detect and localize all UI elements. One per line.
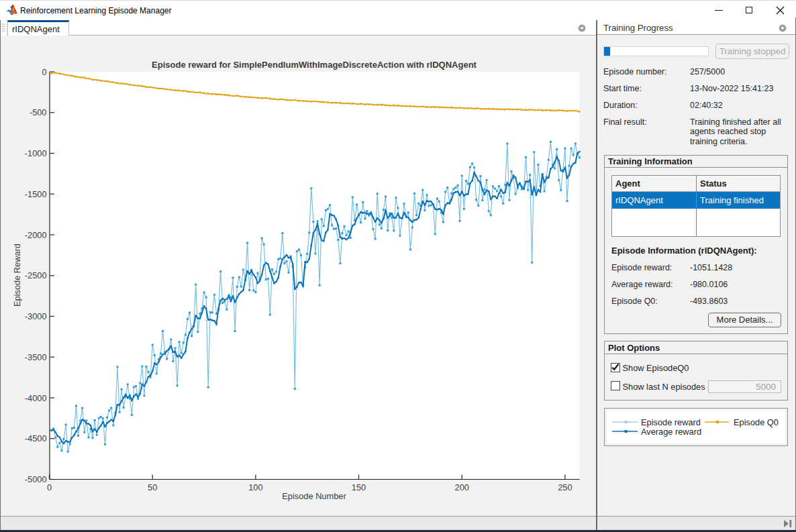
svg-text:-2500: -2500 <box>25 270 47 280</box>
svg-text:-4500: -4500 <box>25 433 47 443</box>
svg-text:Episode Number: Episode Number <box>282 491 346 501</box>
svg-text:0: 0 <box>47 482 52 492</box>
svg-text:100: 100 <box>248 482 262 492</box>
svg-text:-4000: -4000 <box>25 393 47 403</box>
svg-text:-500: -500 <box>30 107 47 117</box>
svg-text:250: 250 <box>558 482 572 492</box>
svg-text:150: 150 <box>352 482 366 492</box>
svg-text:-1500: -1500 <box>25 189 47 199</box>
svg-text:200: 200 <box>455 482 469 492</box>
svg-text:-3500: -3500 <box>25 352 47 362</box>
svg-text:Episode Reward: Episode Reward <box>12 244 22 307</box>
svg-text:0: 0 <box>42 67 46 77</box>
svg-text:-5000: -5000 <box>25 474 47 484</box>
svg-text:-2000: -2000 <box>25 230 47 240</box>
svg-text:-1000: -1000 <box>25 148 47 158</box>
svg-text:50: 50 <box>148 482 157 492</box>
svg-text:-3000: -3000 <box>25 311 47 321</box>
svg-text:Episode reward for SimplePendl: Episode reward for SimplePendlumWithImag… <box>152 60 477 70</box>
